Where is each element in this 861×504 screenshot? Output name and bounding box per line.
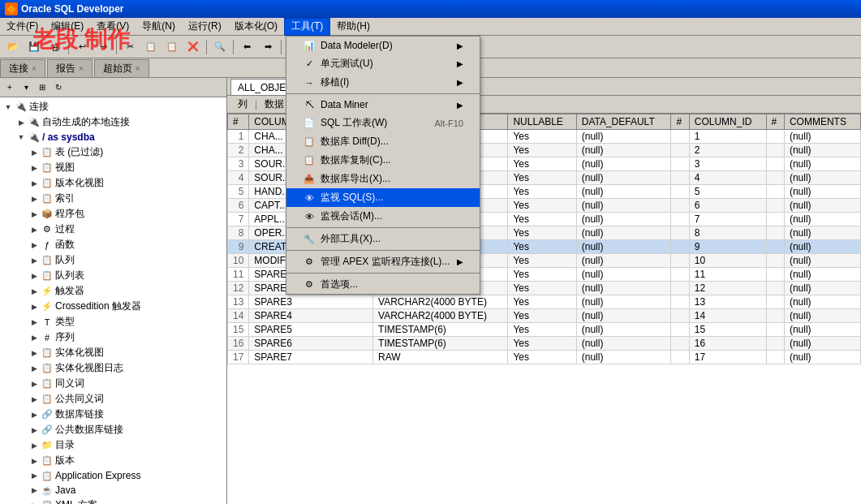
toolbar-redo[interactable]: ↪ xyxy=(93,38,113,56)
unit-test-icon: ✓ xyxy=(303,58,316,71)
menu-monitor-sql[interactable]: 👁 监视 SQL(S)... xyxy=(286,188,480,207)
tree-db-links[interactable]: ▶ 🔗 数据库链接 xyxy=(28,407,225,422)
toolbar-save[interactable]: 💾 xyxy=(24,38,44,56)
preferences-icon: ⚙ xyxy=(303,278,316,291)
tree-types[interactable]: ▶ T 类型 xyxy=(28,314,225,330)
tree-sequences[interactable]: ▶ # 序列 xyxy=(28,330,225,345)
toolbar-find[interactable]: 🔍 xyxy=(210,38,230,56)
tab-reports[interactable]: 报告 × xyxy=(47,59,93,77)
tree-directories[interactable]: ▶ 📁 目录 xyxy=(28,437,225,453)
table-row[interactable]: 17 SPARE7 RAW Yes (null) 17 (null) xyxy=(228,351,861,364)
menu-db-diff[interactable]: 📋 数据库 Diff(D)... xyxy=(286,132,480,151)
tree-cross-triggers[interactable]: ▶ ⚡ Crossedition 触发器 xyxy=(28,299,225,314)
tree-packages[interactable]: ▶ 📦 程序包 xyxy=(28,206,225,222)
menu-monitor-sessions[interactable]: 👁 监视会话(M)... xyxy=(286,207,480,226)
menu-external-tools[interactable]: 🔧 外部工具(X)... xyxy=(286,230,480,248)
toolbar-cut[interactable]: ✂ xyxy=(120,38,140,56)
apex-admin-icon: ⚙ xyxy=(303,256,316,269)
sql-worksheet-icon: 📄 xyxy=(303,117,316,130)
col-header-col-id[interactable]: COLUMN_ID xyxy=(689,114,766,130)
data-modeler-icon: 📊 xyxy=(303,39,316,52)
monitor-sql-icon: 👁 xyxy=(303,192,316,205)
tab-close-reports[interactable]: × xyxy=(79,64,84,73)
col-header-nullable[interactable]: NULLABLE xyxy=(508,114,576,130)
toolbar-forward[interactable]: ➡ xyxy=(258,38,278,56)
db-export-icon: 📤 xyxy=(303,173,316,186)
tree-triggers[interactable]: ▶ ⚡ 触发器 xyxy=(28,283,225,299)
sidebar: + ▾ ⊞ ↻ ▼ 🔌 连接 ▶ 🔌 自动生成的本地连接 ▼ 🔌 xyxy=(0,78,227,504)
col-header-default[interactable]: DATA_DEFAULT xyxy=(576,114,671,130)
toolbar-new[interactable]: 📂 xyxy=(3,38,23,56)
toolbar-paste[interactable]: 📋 xyxy=(162,38,182,56)
tree-connections-root[interactable]: ▼ 🔌 连接 xyxy=(2,99,225,114)
table-row[interactable]: 16 SPARE6 TIMESTAMP(6) Yes (null) 16 (nu… xyxy=(228,337,861,351)
menu-migration[interactable]: → 移植(I) ▶ xyxy=(286,73,480,92)
sidebar-dropdown-btn[interactable]: ▾ xyxy=(18,80,34,95)
tree-apex[interactable]: ▶ 📋 Application Express xyxy=(28,468,225,483)
menu-sep-4 xyxy=(286,273,480,274)
monitor-sessions-icon: 👁 xyxy=(303,210,316,223)
menu-view[interactable]: 查看(V) xyxy=(90,18,136,36)
menu-db-copy[interactable]: 📋 数据库复制(C)... xyxy=(286,151,480,170)
tree-queue-tables[interactable]: ▶ 📋 队列表 xyxy=(28,268,225,283)
tree-synonyms[interactable]: ▶ 📋 同义词 xyxy=(28,376,225,391)
tree-indexes[interactable]: ▶ 📋 索引 xyxy=(28,191,225,206)
menu-file[interactable]: 文件(F) xyxy=(0,18,45,36)
menu-sql-worksheet[interactable]: 📄 SQL 工作表(W) Alt-F10 xyxy=(286,114,480,132)
col-header-comments-icon: # xyxy=(766,114,784,130)
menu-unit-test[interactable]: ✓ 单元测试(U) ▶ xyxy=(286,54,480,73)
menu-run[interactable]: 运行(R) xyxy=(182,18,228,36)
tree-xml-schema[interactable]: ▶ 📋 XML 方案 xyxy=(28,498,225,504)
tab-connections[interactable]: 连接 × xyxy=(0,59,45,77)
toolbar-delete[interactable]: ❌ xyxy=(183,38,203,56)
sidebar-add-btn[interactable]: + xyxy=(2,80,18,95)
sidebar-tree: ▼ 🔌 连接 ▶ 🔌 自动生成的本地连接 ▼ 🔌 / as sysdba ▶ xyxy=(0,97,226,504)
tree-views[interactable]: ▶ 📋 视图 xyxy=(28,160,225,175)
menu-preferences[interactable]: ⚙ 首选项... xyxy=(286,275,480,294)
tree-pub-synonyms[interactable]: ▶ 📋 公共同义词 xyxy=(28,391,225,407)
db-copy-icon: 📋 xyxy=(303,154,316,167)
menu-data-modeler[interactable]: 📊 Data Modeler(D) ▶ xyxy=(286,37,480,54)
col-header-num: # xyxy=(228,114,249,130)
toolbar-copy[interactable]: 📋 xyxy=(141,38,161,56)
tab-close-start[interactable]: × xyxy=(136,64,140,73)
tree-queues[interactable]: ▶ 📋 队列 xyxy=(28,252,225,268)
toolbar-sep-5 xyxy=(281,40,282,54)
toolbar-back[interactable]: ⬅ xyxy=(237,38,256,56)
menu-tools[interactable]: 工具(T) xyxy=(284,18,330,36)
menu-version[interactable]: 版本化(O) xyxy=(228,18,284,36)
table-row[interactable]: 13 SPARE3 VARCHAR2(4000 BYTE) Yes (null)… xyxy=(228,295,861,309)
tree-versions[interactable]: ▶ 📋 版本 xyxy=(28,453,225,468)
tab-start[interactable]: 超始页 × xyxy=(94,59,149,77)
table-row[interactable]: 15 SPARE5 TIMESTAMP(6) Yes (null) 15 (nu… xyxy=(228,323,861,337)
menu-nav[interactable]: 导航(N) xyxy=(136,18,182,36)
sidebar-filter-btn[interactable]: ⊞ xyxy=(34,80,50,95)
tree-sysdba-conn[interactable]: ▼ 🔌 / as sysdba xyxy=(15,130,225,144)
tree-mat-view-logs[interactable]: ▶ 📋 实体化视图日志 xyxy=(28,360,225,376)
menu-db-export[interactable]: 📤 数据库导出(X)... xyxy=(286,170,480,188)
col-header-comments[interactable]: COMMENTS xyxy=(784,114,860,130)
tree-pub-db-links[interactable]: ▶ 🔗 公共数据库链接 xyxy=(28,422,225,437)
tree-auto-conn[interactable]: ▶ 🔌 自动生成的本地连接 xyxy=(15,114,225,130)
menu-sep-3 xyxy=(286,250,480,251)
menu-edit[interactable]: 编辑(E) xyxy=(45,18,90,36)
menu-data-miner[interactable]: ⛏ Data Miner ▶ xyxy=(286,96,480,114)
toolbar-print[interactable]: 🖨 xyxy=(45,38,65,56)
tree-java[interactable]: ▶ ☕ Java xyxy=(28,483,225,498)
tab-close-connections[interactable]: × xyxy=(32,64,37,73)
menu-sep-1 xyxy=(286,93,480,94)
sidebar-refresh-btn[interactable]: ↻ xyxy=(50,80,67,95)
tree-mat-views[interactable]: ▶ 📋 实体化视图 xyxy=(28,345,225,360)
toolbar-sep-2 xyxy=(116,40,117,54)
data-miner-icon: ⛏ xyxy=(303,98,316,111)
tree-procedures[interactable]: ▶ ⚙ 过程 xyxy=(28,222,225,237)
tree-version-views[interactable]: ▶ 📋 版本化视图 xyxy=(28,175,225,191)
migration-icon: → xyxy=(303,76,316,89)
sub-tab-columns[interactable]: 列 xyxy=(230,97,255,113)
tree-functions[interactable]: ▶ ƒ 函数 xyxy=(28,237,225,252)
table-row[interactable]: 14 SPARE4 VARCHAR2(4000 BYTE) Yes (null)… xyxy=(228,309,861,323)
toolbar-undo[interactable]: ↩ xyxy=(72,38,92,56)
menu-apex-admin[interactable]: ⚙ 管理 APEX 监听程序连接(L)... ▶ xyxy=(286,252,480,271)
menu-help[interactable]: 帮助(H) xyxy=(330,18,377,36)
tree-tables[interactable]: ▶ 📋 表 (已过滤) xyxy=(28,144,225,160)
